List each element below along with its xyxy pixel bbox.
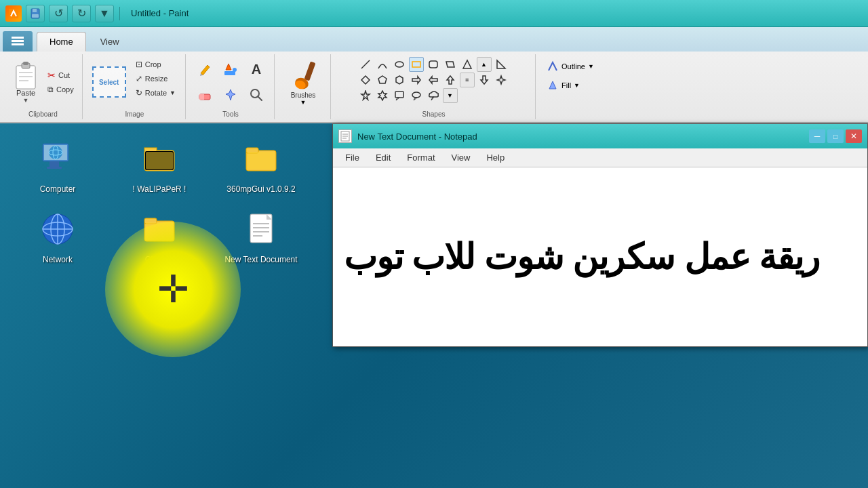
brush-icon (287, 59, 319, 92)
select-tool-button[interactable]: Select (92, 66, 126, 98)
ribbon-tabs: Home View (0, 27, 868, 52)
notepad-minimize-btn[interactable]: ─ (809, 129, 825, 143)
shape-diamond[interactable] (358, 73, 373, 87)
cut-button[interactable]: ✂ Cut (45, 68, 77, 82)
shape-scroll-down[interactable]: ▼ (443, 88, 458, 103)
eraser-tool[interactable] (193, 83, 217, 107)
notepad-menu: File Edit Format View Help (333, 148, 867, 167)
svg-rect-59 (248, 152, 275, 169)
svg-marker-32 (378, 76, 387, 83)
notepad-titlebar: New Text Document - Notepad ─ □ ✕ (333, 124, 867, 148)
save-button[interactable] (26, 5, 45, 22)
paste-button[interactable]: Paste ▼ (9, 58, 42, 106)
shape-star6[interactable] (375, 88, 390, 103)
title-bar: ↺ ↻ ▼ Untitled - Paint (0, 0, 868, 27)
desktop-icon-360mpgui[interactable]: 360mpGui v1.0.9.2 (217, 137, 305, 194)
shape-arrow-up[interactable] (443, 73, 458, 87)
outline-dropdown: ▼ (588, 63, 594, 70)
shape-callout-rect[interactable] (392, 88, 407, 103)
fill-button[interactable]: Fill ▼ (542, 77, 598, 94)
resize-button[interactable]: ⤢ Resize (132, 73, 180, 85)
shape-right-triangle[interactable] (494, 57, 509, 72)
notepad-menu-edit[interactable]: Edit (368, 150, 399, 165)
magnifier-tool[interactable] (244, 83, 269, 107)
shape-arrow-right[interactable] (409, 73, 424, 87)
shape-line[interactable] (358, 57, 373, 72)
svg-rect-4 (12, 37, 24, 39)
svg-marker-35 (429, 77, 437, 83)
wallpaper-label: ! WaLIPaPeR ! (133, 184, 186, 194)
shape-star4[interactable] (494, 73, 509, 87)
svg-marker-33 (396, 76, 403, 84)
shape-scroll-expand[interactable]: ≡ (460, 73, 475, 87)
shape-oval[interactable] (392, 57, 407, 72)
ribbon-group-outline-fill: Outline ▼ Fill ▼ (537, 54, 604, 119)
svg-rect-27 (429, 61, 437, 68)
shape-curve[interactable] (375, 57, 390, 72)
notepad-title: New Text Document - Notepad (357, 131, 804, 142)
rotate-dropdown: ▼ (170, 89, 176, 96)
svg-rect-15 (224, 71, 235, 75)
computer-icon (36, 137, 79, 180)
shape-callout-oval[interactable] (409, 88, 424, 103)
notepad-menu-format[interactable]: Format (399, 150, 443, 165)
paste-dropdown[interactable]: ▼ (23, 97, 29, 104)
ribbon-menu-button[interactable] (3, 31, 33, 52)
notepad-close-btn[interactable]: ✕ (846, 129, 862, 143)
notepad-menu-view[interactable]: View (443, 150, 479, 165)
copy-button[interactable]: ⧉ Copy (45, 83, 77, 96)
svg-rect-48 (50, 161, 59, 167)
title-separator (119, 7, 120, 20)
outline-button[interactable]: Outline ▼ (542, 58, 598, 75)
resize-label: Resize (145, 75, 168, 83)
shape-scroll-up[interactable]: ▲ (477, 57, 492, 72)
shape-callout-cloud[interactable] (426, 88, 441, 103)
shapes-grid: ▲ ≡ (358, 57, 510, 103)
rotate-label: Rotate (145, 89, 167, 97)
ribbon-group-clipboard: Paste ▼ ✂ Cut ⧉ Copy Clipboard (4, 54, 83, 119)
crop-label: Crop (145, 60, 161, 68)
crosshair-icon: ✛ (153, 269, 193, 310)
notepad-window-controls: ─ □ ✕ (809, 129, 862, 143)
brushes-dropdown[interactable]: ▼ (300, 99, 307, 106)
notepad-menu-help[interactable]: Help (478, 150, 513, 165)
redo-button[interactable]: ↻ (72, 5, 91, 22)
color-picker-tool[interactable] (218, 83, 243, 107)
ribbon-group-tools: A (187, 54, 275, 119)
shape-hexagon[interactable] (392, 73, 407, 87)
arabic-content: ريقة عمل سكرين شوت للاب توب (344, 237, 819, 277)
shape-arrow-left[interactable] (426, 73, 441, 87)
desktop-icon-network[interactable]: Network (14, 207, 102, 264)
menu-dropdown-button[interactable]: ▼ (95, 5, 114, 22)
notepad-menu-file[interactable]: File (337, 150, 368, 165)
shape-triangle[interactable] (460, 57, 475, 72)
shape-star5[interactable] (358, 88, 373, 103)
rotate-icon: ↻ (136, 88, 142, 98)
shape-pentagon[interactable] (375, 73, 390, 87)
pencil-tool[interactable] (193, 57, 217, 81)
notepad-maximize-btn[interactable]: □ (827, 129, 844, 143)
shape-rect-rounded[interactable] (426, 57, 441, 72)
rotate-button[interactable]: ↻ Rotate ▼ (132, 87, 180, 99)
shape-rect[interactable] (409, 57, 424, 72)
desktop-icon-computer[interactable]: Computer (14, 137, 102, 194)
image-buttons: ⊡ Crop ⤢ Resize ↻ Rotate ▼ (132, 56, 180, 108)
text-tool[interactable]: A (244, 57, 269, 81)
tab-view[interactable]: View (87, 32, 132, 52)
svg-marker-39 (361, 91, 370, 100)
brushes-button[interactable]: Brushes ▼ (281, 56, 325, 108)
svg-rect-3 (32, 14, 39, 18)
shapes-group-label: Shapes (332, 110, 535, 118)
paste-icon (14, 60, 38, 87)
notepad-text-area[interactable]: ريقة عمل سكرين شوت للاب توب (333, 167, 867, 346)
shape-parallelogram[interactable] (443, 57, 458, 72)
svg-rect-49 (47, 167, 62, 169)
desktop-icon-wallpaper[interactable]: ! WaLIPaPeR ! (115, 137, 203, 194)
tab-home[interactable]: Home (37, 32, 86, 52)
fill-tool[interactable] (218, 57, 243, 81)
crop-button[interactable]: ⊡ Crop (132, 58, 180, 70)
shape-arrow-down[interactable] (477, 73, 492, 87)
fill-dropdown: ▼ (574, 82, 580, 89)
360mpgui-label: 360mpGui v1.0.9.2 (226, 184, 295, 194)
undo-button[interactable]: ↺ (49, 5, 68, 22)
